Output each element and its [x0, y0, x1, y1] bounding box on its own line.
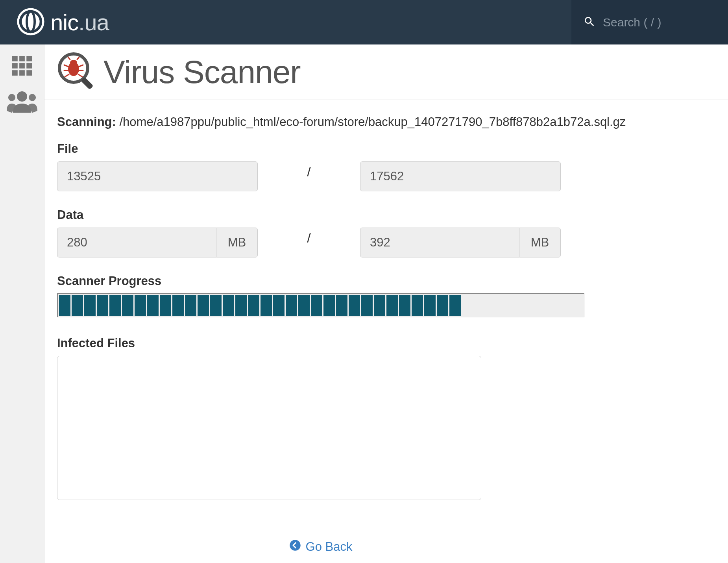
progress-segment [59, 295, 70, 316]
progress-segment [386, 295, 398, 316]
progress-segment [122, 295, 133, 316]
svg-rect-9 [12, 70, 18, 76]
progress-segment [109, 295, 121, 316]
progress-segment [235, 295, 247, 316]
data-current-unit: MB [216, 228, 258, 257]
infected-files-label: Infected Files [57, 336, 715, 350]
progress-segment [198, 295, 209, 316]
progress-segment [84, 295, 96, 316]
progress-segment [311, 295, 322, 316]
svg-point-18 [70, 60, 77, 65]
svg-point-12 [17, 91, 27, 102]
go-back-label: Go Back [306, 540, 353, 554]
progress-segment [323, 295, 335, 316]
progress-segment [223, 295, 234, 316]
data-current-value: 280 [57, 228, 216, 257]
page-title: Virus Scanner [103, 54, 301, 91]
progress-segment [185, 295, 196, 316]
search-box [571, 0, 728, 44]
brand-text: nic.ua [50, 9, 109, 35]
brand-logo-icon [17, 7, 45, 37]
svg-point-13 [8, 94, 15, 101]
svg-rect-11 [26, 70, 32, 76]
svg-rect-10 [19, 70, 25, 76]
data-total-value: 392 [360, 228, 519, 257]
search-input[interactable] [603, 16, 716, 29]
progress-segment [147, 295, 159, 316]
progress-segment [424, 295, 436, 316]
users-icon[interactable] [7, 90, 37, 115]
svg-rect-8 [26, 63, 32, 69]
header: nic.ua [0, 0, 728, 44]
svg-point-28 [290, 540, 301, 551]
scanning-status: Scanning: /home/a1987ppu/public_html/eco… [57, 115, 715, 129]
progress-segment [336, 295, 347, 316]
progress-segment [399, 295, 410, 316]
page-header: Virus Scanner [44, 44, 728, 100]
progress-segment [437, 295, 448, 316]
file-section-label: File [57, 142, 715, 156]
progress-segment [273, 295, 285, 316]
progress-segment [97, 295, 108, 316]
svg-rect-3 [12, 56, 18, 61]
progress-segment [135, 295, 146, 316]
virus-scanner-icon [57, 52, 96, 93]
file-separator: / [258, 164, 360, 189]
data-total-unit: MB [519, 228, 561, 257]
svg-rect-4 [19, 56, 25, 61]
progress-segment [412, 295, 423, 316]
search-icon [583, 15, 603, 30]
progress-segment [298, 295, 310, 316]
data-section-label: Data [57, 208, 715, 222]
go-back-link[interactable]: Go Back [289, 539, 353, 554]
svg-point-14 [29, 94, 36, 101]
progress-segment [172, 295, 184, 316]
progress-segment [261, 295, 272, 316]
progress-segment [361, 295, 373, 316]
svg-rect-7 [19, 63, 25, 69]
progress-segment [286, 295, 297, 316]
scanning-label: Scanning: [57, 115, 116, 129]
progress-segment [374, 295, 385, 316]
arrow-left-circle-icon [289, 539, 301, 554]
brand-logo[interactable]: nic.ua [17, 7, 109, 37]
file-total-value: 17562 [360, 161, 561, 191]
progress-segment [349, 295, 360, 316]
progress-bar [57, 293, 584, 317]
progress-segment [449, 295, 461, 316]
progress-segment [160, 295, 171, 316]
svg-rect-6 [12, 63, 18, 69]
infected-files-list [57, 356, 481, 500]
data-separator: / [258, 230, 360, 255]
progress-segment [210, 295, 222, 316]
scanning-path: /home/a1987ppu/public_html/eco-forum/sto… [119, 115, 626, 129]
progress-label: Scanner Progress [57, 274, 715, 288]
main-content: Virus Scanner Scanning: /home/a1987ppu/p… [44, 44, 728, 563]
sidebar [0, 44, 44, 563]
progress-segment [72, 295, 83, 316]
file-current-value: 13525 [57, 161, 258, 191]
svg-rect-5 [26, 56, 32, 61]
apps-grid-icon[interactable] [9, 54, 35, 79]
progress-segment [248, 295, 259, 316]
